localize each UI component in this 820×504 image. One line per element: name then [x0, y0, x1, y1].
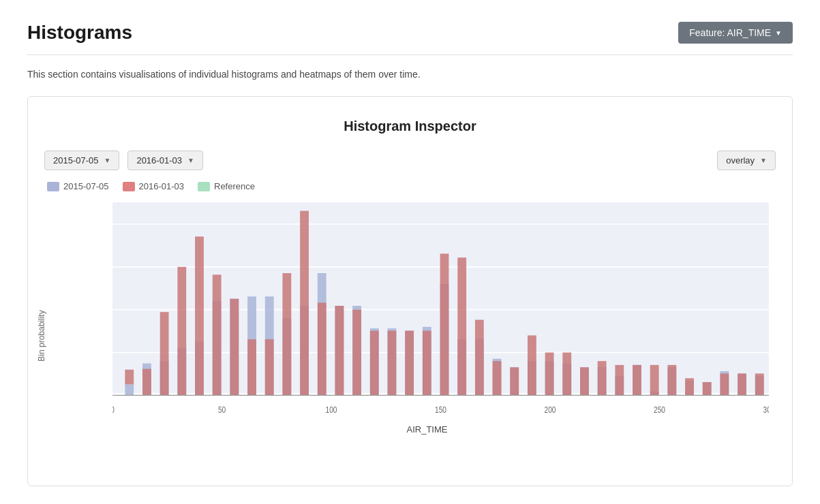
legend-label-date1: 2015-07-05 [63, 181, 109, 191]
svg-text:150: 150 [435, 405, 446, 414]
x-axis-label: AIR_TIME [407, 424, 448, 435]
chart-legend: 2015-07-05 2016-01-03 Reference [44, 181, 776, 191]
page-description: This section contains visualisations of … [27, 69, 793, 80]
svg-text:300: 300 [763, 405, 769, 414]
svg-rect-42 [335, 306, 344, 395]
svg-rect-74 [615, 365, 624, 396]
svg-rect-50 [405, 331, 414, 396]
y-axis-label: Bin probability [37, 310, 46, 361]
legend-label-reference: Reference [214, 181, 255, 191]
feature-caret-icon: ▼ [775, 29, 782, 37]
svg-rect-66 [545, 353, 554, 396]
svg-rect-84 [703, 382, 712, 395]
svg-rect-80 [667, 365, 676, 396]
svg-text:50: 50 [218, 405, 226, 414]
legend-item-date2: 2016-01-03 [123, 181, 185, 191]
svg-rect-58 [475, 320, 484, 396]
mode-value: overlay [726, 155, 755, 166]
svg-rect-40 [318, 302, 327, 395]
legend-item-date1: 2015-07-05 [47, 181, 109, 191]
svg-rect-82 [685, 378, 694, 395]
date1-value: 2015-07-05 [53, 155, 99, 166]
svg-rect-36 [282, 273, 291, 395]
svg-rect-90 [755, 373, 764, 395]
svg-rect-34 [265, 339, 274, 395]
svg-rect-70 [580, 367, 589, 395]
svg-text:0: 0 [112, 405, 115, 414]
svg-rect-18 [125, 370, 134, 385]
svg-rect-20 [142, 369, 151, 396]
histogram-chart: 0 0.02 0.04 0.06 0.08 0 50 100 150 200 2… [112, 202, 769, 420]
svg-text:200: 200 [545, 405, 556, 414]
svg-rect-22 [160, 312, 169, 395]
svg-rect-56 [457, 257, 466, 395]
controls-row: 2015-07-05 ▼ 2016-01-03 ▼ overlay ▼ [44, 151, 776, 170]
svg-rect-86 [720, 373, 729, 395]
svg-text:100: 100 [326, 405, 337, 414]
svg-rect-78 [650, 365, 659, 396]
svg-rect-64 [528, 335, 536, 395]
chart-svg: 0 0.02 0.04 0.06 0.08 0 50 100 150 200 2… [112, 202, 769, 420]
feature-dropdown-button[interactable]: Feature: AIR_TIME ▼ [678, 22, 793, 44]
legend-item-reference: Reference [198, 181, 255, 191]
svg-rect-48 [388, 331, 397, 396]
svg-rect-38 [300, 211, 309, 396]
date2-value: 2016-01-03 [136, 155, 182, 166]
date2-dropdown[interactable]: 2016-01-03 ▼ [127, 151, 202, 170]
svg-rect-24 [177, 267, 186, 396]
histogram-inspector-card: Histogram Inspector 2015-07-05 ▼ 2016-01… [27, 96, 793, 486]
svg-text:250: 250 [654, 405, 665, 414]
legend-swatch-date2 [123, 182, 135, 191]
svg-rect-28 [213, 274, 222, 395]
card-title: Histogram Inspector [44, 119, 776, 134]
svg-rect-62 [510, 367, 519, 395]
svg-rect-68 [562, 353, 571, 396]
date1-caret-icon: ▼ [104, 157, 111, 164]
mode-dropdown[interactable]: overlay ▼ [717, 151, 776, 170]
svg-rect-54 [440, 253, 449, 395]
svg-rect-17 [125, 384, 134, 395]
svg-rect-76 [633, 365, 641, 396]
legend-label-date2: 2016-01-03 [139, 181, 185, 191]
svg-rect-72 [598, 361, 607, 395]
date2-caret-icon: ▼ [187, 157, 194, 164]
svg-rect-44 [352, 310, 361, 396]
svg-rect-88 [738, 373, 746, 395]
mode-control: overlay ▼ [717, 151, 776, 170]
legend-swatch-date1 [47, 182, 59, 191]
page-header: Histograms Feature: AIR_TIME ▼ [27, 22, 793, 55]
feature-label: Feature: AIR_TIME [689, 27, 771, 38]
svg-rect-52 [423, 331, 431, 396]
svg-rect-30 [230, 299, 239, 396]
svg-rect-26 [195, 236, 204, 395]
svg-rect-46 [370, 331, 379, 396]
mode-caret-icon: ▼ [760, 157, 767, 164]
legend-swatch-reference [198, 182, 210, 191]
svg-rect-32 [247, 339, 256, 395]
date1-dropdown[interactable]: 2015-07-05 ▼ [44, 151, 119, 170]
page-title: Histograms [27, 22, 132, 44]
svg-rect-60 [493, 361, 502, 395]
